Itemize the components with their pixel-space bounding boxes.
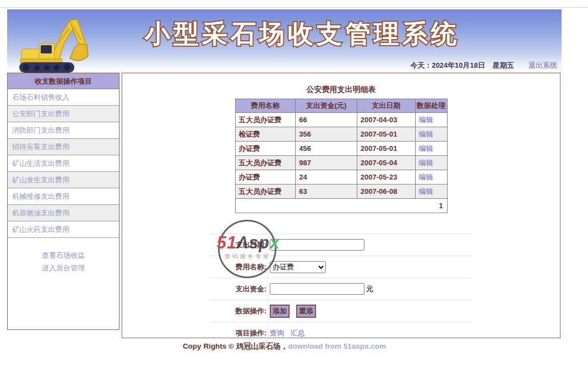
cell-date: 2007-05-04	[357, 156, 415, 170]
table-row: 五大员办证费 66 2007-04-03 编辑	[235, 113, 447, 127]
col-header-actions: 数据处理	[415, 99, 447, 113]
readd-button[interactable]: 重添	[296, 305, 316, 318]
sidebar-item-hospitality[interactable]: 招待宾客支出费用	[8, 139, 119, 155]
table-row: 办证费 24 2007-05-23 编辑	[235, 170, 447, 185]
table-row: 五大员办证费 987 2007-05-04 编辑	[235, 156, 447, 170]
table-header-row: 费用名称 支出资金(元) 支出日期 数据处理	[235, 99, 447, 113]
page-number[interactable]: 1	[235, 199, 447, 213]
cell-amount: 456	[296, 142, 357, 156]
col-header-fee-name: 费用名称	[235, 99, 296, 113]
cell-date: 2007-05-01	[357, 127, 415, 142]
fee-name-select[interactable]: 办证费	[270, 261, 326, 273]
data-ops-label: 数据操作:	[210, 300, 268, 322]
col-header-amount: 支出资金(元)	[296, 99, 357, 113]
sidebar-item-mine-incident[interactable]: 矿山发生支出费用	[8, 172, 119, 188]
expense-date-input[interactable]	[270, 239, 364, 251]
cell-fee-name: 办证费	[235, 142, 296, 156]
cell-amount: 356	[296, 127, 357, 142]
edit-link[interactable]: 编辑	[419, 130, 433, 138]
project-ops-label: 项目操作:	[210, 322, 268, 344]
sidebar-item-machine-repair[interactable]: 机械维修支出费用	[8, 188, 119, 205]
form-row-project-ops: 项目操作: 查询汇总	[210, 322, 473, 344]
col-header-date: 支出日期	[357, 99, 415, 113]
current-date: 2024年10月18日	[432, 61, 485, 69]
top-strip	[0, 0, 588, 8]
sidebar-header: 收支数据操作项目	[8, 73, 119, 89]
edit-link[interactable]: 编辑	[419, 116, 433, 124]
cell-amount: 987	[296, 156, 357, 170]
admin-backend-link[interactable]: 进入后台管理	[8, 262, 119, 274]
fee-name-label: 费用名称:	[210, 256, 268, 278]
cell-fee-name: 办证费	[235, 170, 296, 185]
excavator-logo	[9, 12, 119, 75]
cell-amount: 66	[296, 113, 357, 127]
table-row: 办证费 456 2007-05-01 编辑	[235, 142, 447, 156]
sidebar-item-explosives[interactable]: 矿山火药支出费用	[8, 221, 119, 238]
form-row-data-ops: 数据操作: 添加重添	[210, 300, 473, 322]
page-title: 小型采石场收支管理系统	[144, 19, 460, 48]
cell-date: 2007-05-23	[357, 170, 415, 185]
expense-table: 费用名称 支出资金(元) 支出日期 数据处理 五大员办证费 66 2007-04…	[235, 99, 448, 213]
form-row-fee-name: 费用名称: 办证费	[210, 256, 473, 278]
amount-unit: 元	[366, 285, 373, 293]
edit-link[interactable]: 编辑	[419, 173, 433, 181]
cell-date: 2007-05-01	[357, 142, 415, 156]
edit-link[interactable]: 编辑	[419, 159, 433, 167]
current-weekday: 星期五	[493, 61, 514, 69]
query-link[interactable]: 查询	[270, 329, 284, 337]
cell-date: 2007-04-03	[357, 113, 415, 127]
cell-fee-name: 检证费	[235, 127, 296, 142]
table-row: 检证费 356 2007-05-01 编辑	[235, 127, 447, 142]
edit-link[interactable]: 编辑	[419, 187, 433, 196]
cell-fee-name: 五大员办证费	[235, 113, 296, 127]
content-panel: 公安费用支出明细表 费用名称 支出资金(元) 支出日期 数据处理 五大员办证费 …	[122, 73, 560, 338]
sidebar-item-police[interactable]: 公安部门支出费用	[8, 106, 119, 122]
cell-fee-name: 五大员办证费	[235, 185, 296, 199]
table-title: 公安费用支出明细表	[122, 85, 560, 95]
cell-amount: 24	[296, 170, 357, 185]
edit-link[interactable]: 编辑	[419, 144, 433, 153]
logout-link[interactable]: 退出系统	[529, 61, 557, 69]
sidebar-links: 查看石场收益 进入后台管理	[8, 238, 119, 274]
cell-amount: 63	[296, 185, 357, 199]
view-profit-link[interactable]: 查看石场收益	[8, 249, 119, 262]
form-row-date: 支出日期:	[210, 234, 473, 256]
page-container: 小型采石场收支管理系统 今天：2024年10月18日星期五退出系统 收支数据操作…	[7, 9, 562, 351]
add-button[interactable]: 添加	[270, 305, 290, 318]
app-title-art: 小型采石场收支管理系统	[126, 16, 478, 52]
form-row-amount: 支出资金: 元	[210, 278, 473, 300]
amount-label: 支出资金:	[210, 278, 268, 300]
date-prefix: 今天：	[410, 61, 432, 69]
sidebar-item-stone-sales[interactable]: 石场石料销售收入	[8, 89, 119, 106]
header-banner: 小型采石场收支管理系统 今天：2024年10月18日星期五退出系统	[7, 9, 562, 73]
sidebar-item-machine-fuel[interactable]: 机器燃油支出费用	[8, 205, 119, 221]
cell-fee-name: 五大员办证费	[235, 156, 296, 170]
table-row: 五大员办证费 63 2007-06-08 编辑	[235, 185, 447, 199]
date-label: 支出日期:	[210, 234, 268, 256]
cell-date: 2007-06-08	[357, 185, 415, 199]
summary-link[interactable]: 汇总	[291, 329, 305, 337]
sidebar-item-mine-living[interactable]: 矿山生活支出费用	[8, 155, 119, 172]
main-row: 收支数据操作项目 石场石料销售收入 公安部门支出费用 消防部门支出费用 招待宾客…	[7, 73, 562, 338]
entry-form: 支出日期: 费用名称: 办证费 支出资金: 元	[210, 234, 473, 344]
date-bar: 今天：2024年10月18日星期五退出系统	[410, 61, 557, 71]
expense-amount-input[interactable]	[270, 283, 364, 295]
sidebar: 收支数据操作项目 石场石料销售收入 公安部门支出费用 消防部门支出费用 招待宾客…	[7, 73, 119, 330]
pagination-row: 1	[235, 199, 447, 213]
sidebar-item-fire[interactable]: 消防部门支出费用	[8, 122, 119, 139]
